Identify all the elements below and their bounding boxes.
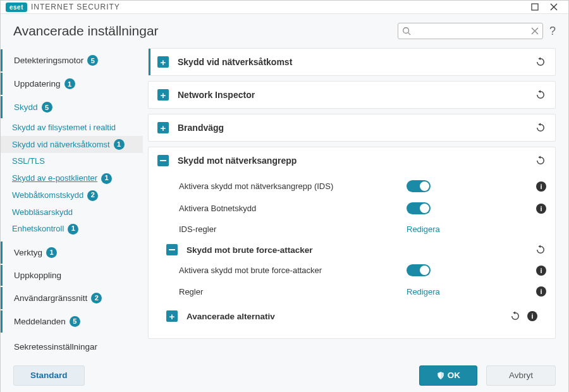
toggle-brute-force[interactable]: [407, 264, 431, 276]
toggle-botnet[interactable]: [407, 202, 431, 214]
reset-icon[interactable]: [510, 310, 521, 322]
window-close-icon[interactable]: [544, 1, 563, 13]
svg-rect-0: [532, 4, 538, 10]
row-regler: Regler Redigera i: [157, 281, 546, 302]
edit-link[interactable]: Redigera: [407, 224, 440, 234]
panel-skydd-natverksatkomst[interactable]: Skydd vid nätverksåtkomst: [149, 49, 555, 75]
expand-icon[interactable]: [157, 56, 169, 68]
sidebar-sub-enhetskontroll[interactable]: Enhetskontroll1: [1, 221, 143, 238]
info-icon[interactable]: i: [536, 286, 546, 297]
cancel-button[interactable]: Avbryt: [486, 365, 556, 386]
main: Skydd vid nätverksåtkomst Network Inspec…: [143, 46, 568, 357]
default-button[interactable]: Standard: [13, 365, 85, 386]
expand-icon[interactable]: [157, 89, 169, 101]
panel-skydd-natverksangrepp[interactable]: Skydd mot nätverksangrepp: [149, 147, 555, 174]
brand-badge: eset: [6, 3, 27, 12]
search-box[interactable]: [398, 23, 543, 39]
sidebar: Detekteringsmotor5 Uppdatering1 Skydd5 S…: [1, 46, 143, 357]
sidebar-sub-ssl-tls[interactable]: SSL/TLS: [1, 153, 143, 169]
help-icon[interactable]: ?: [549, 25, 556, 38]
row-aktivera-botnet: Aktivera Botnetskydd i: [157, 197, 546, 219]
edit-link[interactable]: Redigera: [407, 287, 440, 297]
collapse-icon[interactable]: [157, 155, 169, 166]
sidebar-sub-webblasarskydd[interactable]: Webbläsarskydd: [1, 204, 143, 221]
info-icon[interactable]: i: [536, 266, 546, 276]
window-maximize-icon[interactable]: [525, 1, 544, 13]
search-clear-icon[interactable]: [531, 27, 539, 35]
page-title: Avancerade inställningar: [13, 23, 159, 39]
brand-product: INTERNET SECURITY: [31, 3, 120, 11]
shield-icon: [436, 371, 445, 380]
svg-point-1: [403, 28, 409, 34]
toggle-ids[interactable]: [407, 180, 431, 192]
reset-icon[interactable]: [535, 155, 546, 166]
collapse-icon[interactable]: [166, 244, 178, 255]
expand-icon[interactable]: [157, 122, 169, 133]
row-aktivera-ids: Aktivera skydd mot nätverksangrepp (IDS)…: [157, 175, 546, 197]
sidebar-sub-epostklienter[interactable]: Skydd av e-postklienter1: [1, 170, 143, 187]
sidebar-item-skydd[interactable]: Skydd5: [1, 96, 143, 118]
sidebar-item-detekteringsmotor[interactable]: Detekteringsmotor5: [1, 49, 143, 71]
sidebar-item-meddelanden[interactable]: Meddelanden5: [1, 310, 143, 333]
info-icon[interactable]: i: [536, 204, 546, 214]
info-icon[interactable]: i: [527, 311, 537, 321]
subpanel-brute-force[interactable]: Skydd mot brute force-attacker: [157, 239, 546, 259]
row-ids-regler: IDS-regler Redigera: [157, 219, 546, 239]
panel-network-inspector[interactable]: Network Inspector: [149, 82, 555, 108]
search-icon: [402, 27, 411, 35]
search-input[interactable]: [411, 27, 531, 35]
row-aktivera-brute-force: Aktivera skydd mot brute force-attacker …: [157, 259, 546, 281]
sidebar-item-uppdatering[interactable]: Uppdatering1: [1, 73, 143, 95]
sidebar-item-anvandargranssnitt[interactable]: Användargränssnitt2: [1, 287, 143, 309]
footer: Standard OK Avbryt: [1, 357, 568, 392]
info-icon[interactable]: i: [536, 181, 546, 192]
sidebar-sub-skydd-natverksatkomst[interactable]: Skydd vid nätverksåtkomst1: [1, 136, 143, 153]
reset-icon[interactable]: [535, 244, 546, 255]
panel-brandvagg[interactable]: Brandvägg: [149, 114, 555, 141]
reset-icon[interactable]: [535, 56, 546, 68]
sidebar-item-sekretess[interactable]: Sekretessinställningar: [1, 336, 143, 357]
expand-icon[interactable]: [166, 310, 178, 322]
ok-button[interactable]: OK: [419, 365, 477, 386]
sidebar-item-verktyg[interactable]: Verktyg1: [1, 242, 143, 264]
reset-icon[interactable]: [535, 89, 546, 101]
titlebar: eset INTERNET SECURITY: [1, 1, 568, 14]
reset-icon[interactable]: [535, 122, 546, 133]
sidebar-sub-webbatkomstskydd[interactable]: Webbåtkomstskydd2: [1, 187, 143, 204]
sidebar-item-uppkoppling[interactable]: Uppkoppling: [1, 265, 143, 286]
sidebar-sub-skydd-filsystem[interactable]: Skydd av filsystemet i realtid: [1, 119, 143, 136]
subpanel-avancerade-alternativ[interactable]: Avancerade alternativ i: [157, 302, 546, 331]
